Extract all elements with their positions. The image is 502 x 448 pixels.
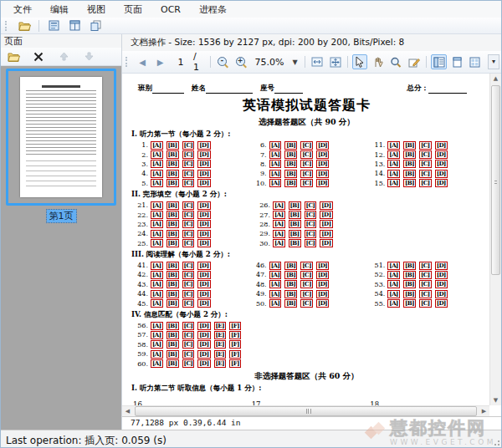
scroll-right-icon[interactable]: ▶ [479,406,489,416]
vertical-scroll-thumb[interactable] [491,85,500,275]
question-number: 8. [252,160,267,168]
answer-option-zone: [A] [273,230,285,238]
section-grid: 21.[A][B][C][D]22.[A][B][C][D]23.[A][B][… [125,201,489,248]
answer-option-zone: [D] [197,350,210,359]
edit-zones-button[interactable] [407,54,423,69]
zoom-in-button[interactable]: + [233,54,249,69]
answer-option-zone: [D] [435,262,448,270]
toolbar-separator [210,56,211,68]
document-viewport[interactable]: 班别 姓名 座号 总分： 英语模拟试题答题卡 选择题答题区（共 90 分） I.… [122,74,501,416]
zoom-out-button[interactable]: - [215,54,231,69]
question-row: 3.[A][B][C][D] [133,160,252,169]
answer-option-zone: [D] [320,230,332,238]
page-grid-icon [69,20,80,31]
answer-option-zone: [D] [197,271,210,279]
menu-bar: 文件编辑视图页面OCR进程条 [1,1,501,18]
question-number: 45. [133,300,148,308]
question-row: 46.[A][B][C][D] [252,261,371,270]
menu-item-2[interactable]: 视图 [79,2,113,18]
answer-option-zone: [D] [316,150,329,159]
toolbar-overflow-button[interactable]: ▾ [488,54,499,69]
question-number: 29. [255,230,270,237]
horizontal-scroll-thumb[interactable] [135,406,477,416]
menu-item-1[interactable]: 编辑 [43,2,76,18]
next-page-button[interactable]: ▶ [152,54,168,69]
delete-page-button[interactable] [30,49,47,64]
thumbnail-list: 第1页 [1,66,121,430]
answer-option-zone: [C] [419,170,432,178]
question-row: 8.[A][B][C][D] [252,160,371,169]
question-number: 6. [252,141,267,149]
question-row: 7.[A][B][C][D] [252,150,371,159]
question-row: 55.[A][B][C][D] [370,298,489,308]
question-row: 4.[A][B][C][D] [133,169,252,178]
question-number: 26. [255,201,270,209]
section-column: 1.[A][B][C][D]2.[A][B][C][D]3.[A][B][C][… [133,140,252,188]
open-file-button[interactable] [16,18,33,33]
magnifier-tool-button[interactable] [388,54,404,69]
question-row: 43.[A][B][C][D] [133,280,252,289]
answer-option-zone: [B] [166,331,179,339]
section-column: 56.[A][B][C][D][E][F]57.[A][B][C][D][E][… [133,321,255,369]
answer-option-zone: [D] [316,141,329,150]
page-thumbnail-label[interactable]: 第1页 [47,210,76,222]
answer-option-zone: [C] [182,359,195,368]
answer-option-zone: [B] [403,280,416,288]
menu-item-3[interactable]: 页面 [116,2,150,18]
answer-option-zone: [A] [387,160,400,168]
resize-grip[interactable] [490,440,500,448]
vertical-scrollbar[interactable]: ▲ ▼ [489,74,501,405]
menu-item-0[interactable]: 文件 [6,2,39,18]
page-thumbnail-selected[interactable] [6,69,116,206]
layout-page-icon [452,57,463,68]
answer-option-zone: [A] [387,170,400,178]
move-page-down-button[interactable] [80,49,97,64]
page-number-input[interactable]: 1 [171,57,191,68]
horizontal-scrollbar[interactable]: ◀ ▶ [122,405,489,416]
answer-option-zone: [A] [151,211,163,219]
fit-page-button[interactable] [327,54,343,69]
question-row: 56.[A][B][C][D][E][F] [133,321,255,330]
zoom-level-value[interactable]: 75.0% [254,57,284,68]
answer-option-zone: [A] [273,220,285,228]
append-page-button[interactable] [66,18,83,33]
answer-option-zone: [A] [269,160,282,168]
answer-option-zone: [C] [305,239,317,247]
copy-page-button[interactable] [87,18,104,33]
answer-option-zone: [F] [229,322,241,330]
layout-single-page-button[interactable] [449,54,465,69]
answer-option-zone: [B] [166,179,179,187]
sheet-title: 英语模拟试题答题卡 [125,97,489,115]
menu-item-5[interactable]: 进程条 [192,2,234,18]
question-number: 42. [133,271,148,278]
scroll-up-icon[interactable]: ▲ [490,74,501,84]
answer-option-zone: [D] [316,170,329,178]
layout-thumbs-page-button[interactable] [431,54,447,69]
insert-page-button[interactable] [45,18,62,33]
scroll-left-icon[interactable]: ◀ [122,406,133,416]
scroll-down-icon[interactable]: ▼ [490,395,501,405]
answer-option-zone: [C] [182,141,195,150]
prev-page-button[interactable]: ◀ [135,54,151,69]
page-thumbnail-image [20,77,102,197]
question-number: 4. [133,170,148,177]
select-tool-button[interactable] [352,54,368,69]
toolbar-separator [426,56,427,68]
answer-option-zone: [D] [316,290,329,298]
fit-width-button[interactable] [310,54,325,69]
layout-thumbs-only-button[interactable] [468,54,484,69]
answer-option-zone: [B] [166,220,179,228]
pan-tool-button[interactable] [370,54,386,69]
zoom-dropdown-arrow-icon[interactable]: ▼ [292,59,297,66]
answer-option-zone: [A] [269,179,282,187]
answer-option-zone: [C] [419,141,432,150]
move-page-up-button[interactable] [55,49,72,64]
question-number: 41. [133,262,148,269]
answer-option-zone: [F] [229,331,241,339]
open-page-button[interactable] [5,49,22,64]
question-row: 54.[A][B][C][D] [370,289,489,298]
document-toolbar: ◀ ▶ 1 / 1 - + 75.0% ▼ [122,51,501,74]
hand-icon [372,57,383,68]
answer-option-zone: [A] [387,299,400,308]
menu-item-4[interactable]: OCR [153,3,188,17]
